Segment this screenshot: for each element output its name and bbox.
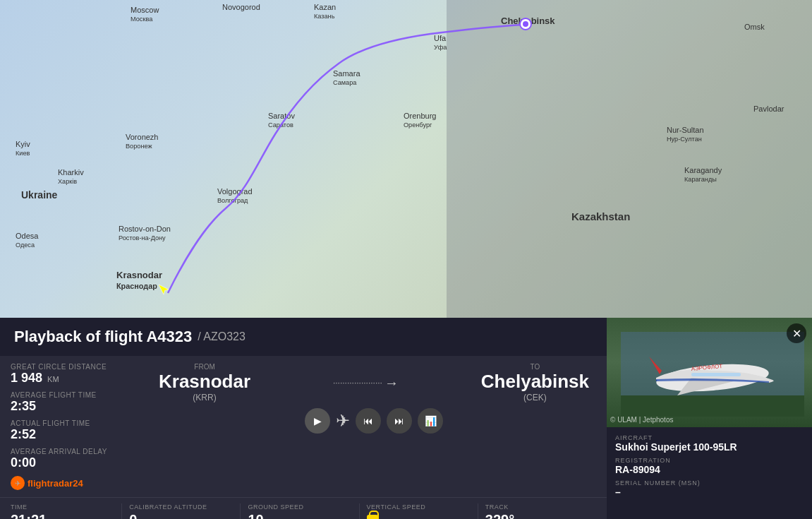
reg-value: RA-89094 <box>615 464 804 475</box>
map-label-kazakhstan: Kazakhstan <box>571 210 630 222</box>
title-bar: Playback of flight A4323 / AZO323 <box>0 318 607 356</box>
map-label-karagandy: KaragandyКарaганды <box>684 166 722 183</box>
photo-credit: © ULAM | Jetphotos <box>610 416 673 424</box>
serial-value: – <box>615 487 804 498</box>
great-circle-block: GREAT CIRCLE DISTANCE 1 948 KM <box>11 363 145 386</box>
map-label-omsk: Omsk <box>744 23 765 31</box>
route-dots: ····················· → <box>257 375 474 391</box>
actual-flight-value: 2:52 <box>11 427 145 442</box>
map-label-krasnodar: KrasnodarКраснодар <box>116 270 162 291</box>
route-arrow: → <box>384 375 399 391</box>
from-airport: FROM Krasnodar (KRR) <box>159 363 250 402</box>
aircraft-panel: АЭРОФЛОТ © ULAM | Jetphotos ✕ AIRCRAFT S… <box>607 318 812 519</box>
avg-arrival-value: 0:00 <box>11 455 145 470</box>
great-circle-value: 1 948 KM <box>11 371 145 386</box>
map-label-pavlodar: Pavlodar <box>753 105 784 113</box>
great-circle-label: GREAT CIRCLE DISTANCE <box>11 363 145 371</box>
aircraft-name: Sukhoi Superjet 100-95LR <box>615 441 804 453</box>
map-label-ufa: UfaУфа <box>434 34 447 51</box>
chart-button[interactable]: 📊 <box>418 408 443 434</box>
reg-label: REGISTRATION <box>615 457 804 464</box>
time-col: TIME 21:21 UTC <box>11 503 122 519</box>
to-code: (CEK) <box>481 393 589 402</box>
data-row: TIME 21:21 UTC CALIBRATED ALTITUDE 0 FT … <box>0 498 607 519</box>
playback-controls: ▶ ✈ ⏮ ⏭ 📊 <box>305 408 443 434</box>
serial-label: SERIAL NUMBER (MSN) <box>615 479 804 487</box>
avg-arrival-block: AVERAGE ARRIVAL DELAY 0:00 <box>11 448 145 470</box>
fr24-logo-icon: ✈ <box>11 476 25 490</box>
page-title: Playback of flight A4323 <box>14 328 192 346</box>
bottom-panel: Playback of flight A4323 / AZO323 GREAT … <box>0 318 607 519</box>
map-label-volgograd: VolgogradВолгоград <box>217 187 253 204</box>
next-button[interactable]: ⏭ <box>387 408 412 434</box>
map-container: MoscowМосква Chelyabinsk UfaУфа Omsk Kaz… <box>0 0 812 318</box>
svg-rect-4 <box>621 395 804 417</box>
vert-speed-label: VERTICAL SPEED <box>367 503 471 511</box>
plane-icon: ✈ <box>336 411 350 431</box>
map-label-kharkiv: KharkivХарків <box>58 168 84 185</box>
fr24-logo-text: flightradar24 <box>28 478 83 489</box>
avg-flight-label: AVERAGE FLIGHT TIME <box>11 391 145 399</box>
map-label-novogorod: Novogorod <box>222 3 260 11</box>
track-label: TRACK <box>485 503 589 511</box>
aircraft-section-label: AIRCRAFT <box>615 434 804 441</box>
actual-flight-block: ACTUAL FLIGHT TIME 2:52 <box>11 419 145 442</box>
track-col: TRACK 329° SQUAWK <box>478 503 596 519</box>
to-airport: TO Chelyabinsk (CEK) <box>481 363 589 402</box>
from-label: FROM <box>159 363 250 371</box>
to-label: TO <box>481 363 589 371</box>
track-value: 329° <box>485 512 589 519</box>
map-label-kyiv: KyivКиев <box>16 140 30 157</box>
play-button[interactable]: ▶ <box>305 408 330 434</box>
avg-arrival-label: AVERAGE ARRIVAL DELAY <box>11 448 145 455</box>
cal-alt-value: 0 FT <box>129 512 233 519</box>
map-label-chelyabinsk: Chelyabinsk <box>501 16 555 26</box>
time-label: TIME <box>11 503 114 511</box>
close-button[interactable]: ✕ <box>787 323 806 343</box>
avg-flight-block: AVERAGE FLIGHT TIME 2:35 <box>11 391 145 414</box>
vert-speed-lock-icon <box>367 515 378 519</box>
map-label-moscow: MoscowМосква <box>131 6 159 23</box>
map-label-odesa: OdesaОдеса <box>16 232 38 249</box>
aircraft-photo: АЭРОФЛОТ © ULAM | Jetphotos <box>607 318 812 427</box>
svg-rect-6 <box>691 373 741 376</box>
map-label-orenburg: OrenburgОренбург <box>404 112 436 129</box>
map-label-samara: SamaraСамара <box>333 69 360 86</box>
map-label-kazan: KazanКазань <box>314 3 336 20</box>
flight-info-row: GREAT CIRCLE DISTANCE 1 948 KM AVERAGE F… <box>0 356 607 498</box>
actual-flight-label: ACTUAL FLIGHT TIME <box>11 419 145 427</box>
route-row: FROM Krasnodar (KRR) ···················… <box>159 363 589 402</box>
vert-speed-col: VERTICAL SPEED INDICATED AIRSPEED <box>360 503 478 519</box>
left-stats: GREAT CIRCLE DISTANCE 1 948 KM AVERAGE F… <box>11 363 152 490</box>
from-city: Krasnodar <box>159 371 250 393</box>
prev-button[interactable]: ⏮ <box>356 408 381 434</box>
route-center: FROM Krasnodar (KRR) ···················… <box>152 363 596 434</box>
aircraft-details: AIRCRAFT Sukhoi Superjet 100-95LR REGIST… <box>607 427 812 509</box>
cal-alt-col: CALIBRATED ALTITUDE 0 FT GPS ALTITUDE <box>122 503 241 519</box>
map-label-ukraine: Ukraine <box>21 189 57 201</box>
cal-alt-label: CALIBRATED ALTITUDE <box>129 503 233 511</box>
avg-flight-value: 2:35 <box>11 399 145 414</box>
to-city: Chelyabinsk <box>481 371 589 393</box>
ground-speed-value: 10 KTS <box>248 512 351 519</box>
ground-speed-label: GROUND SPEED <box>248 503 351 511</box>
map-label-rostov: Rostov-on-DonРостов-на-Дону <box>119 225 171 241</box>
map-label-nursultan: Nur-SultanНур-Султан <box>667 126 704 143</box>
ground-speed-col: GROUND SPEED 10 KTS TRUE AIRSPEED <box>241 503 359 519</box>
page-subtitle: / AZO323 <box>198 330 246 343</box>
time-value: 21:21 UTC <box>11 512 114 519</box>
map-label-saratov: SaratovСаратов <box>268 112 295 129</box>
map-label-voronezh: VoronezhВоронеж <box>126 133 158 150</box>
flightradar-logo: ✈ flightradar24 <box>11 476 145 490</box>
from-code: (KRR) <box>159 393 250 402</box>
